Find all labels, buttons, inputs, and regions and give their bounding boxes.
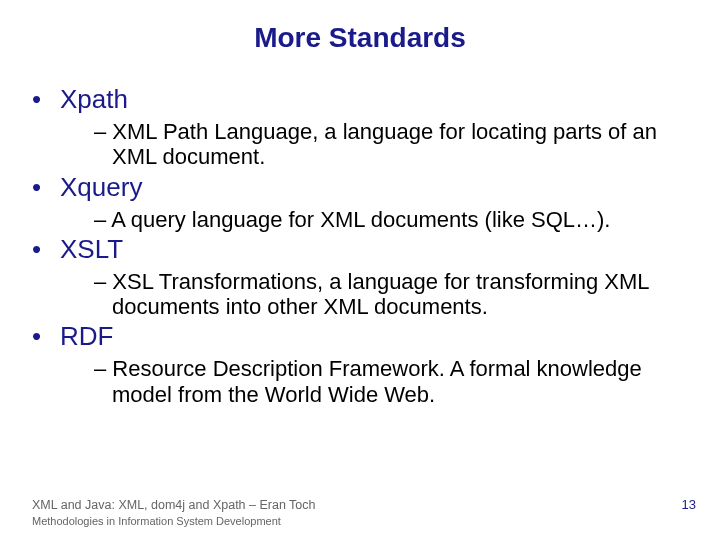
subbullet-xpath: – XML Path Language, a language for loca… bbox=[94, 119, 696, 170]
bullet-xslt-label: XSLT bbox=[60, 234, 123, 264]
slide-content: •Xpath – XML Path Language, a language f… bbox=[0, 84, 720, 407]
bullet-xslt: •XSLT bbox=[32, 234, 696, 265]
footer-line2: Methodologies in Information System Deve… bbox=[32, 514, 696, 528]
bullet-xquery-label: Xquery bbox=[60, 172, 142, 202]
subbullet-xquery: – A query language for XML documents (li… bbox=[94, 207, 696, 232]
slide-title: More Standards bbox=[0, 22, 720, 54]
subbullet-rdf: – Resource Description Framework. A form… bbox=[94, 356, 696, 407]
subbullet-xpath-text: XML Path Language, a language for locati… bbox=[112, 119, 657, 169]
bullet-xpath: •Xpath bbox=[32, 84, 696, 115]
subbullet-rdf-text: Resource Description Framework. A formal… bbox=[112, 356, 642, 406]
bullet-xpath-label: Xpath bbox=[60, 84, 128, 114]
subbullet-xquery-text: A query language for XML documents (like… bbox=[111, 207, 610, 232]
page-number: 13 bbox=[682, 497, 696, 514]
footer: XML and Java: XML, dom4j and Xpath – Era… bbox=[32, 497, 696, 528]
bullet-rdf: •RDF bbox=[32, 321, 696, 352]
subbullet-xslt-text: XSL Transformations, a language for tran… bbox=[112, 269, 649, 319]
bullet-rdf-label: RDF bbox=[60, 321, 113, 351]
footer-line1: XML and Java: XML, dom4j and Xpath – Era… bbox=[32, 497, 696, 513]
bullet-xquery: •Xquery bbox=[32, 172, 696, 203]
subbullet-xslt: – XSL Transformations, a language for tr… bbox=[94, 269, 696, 320]
